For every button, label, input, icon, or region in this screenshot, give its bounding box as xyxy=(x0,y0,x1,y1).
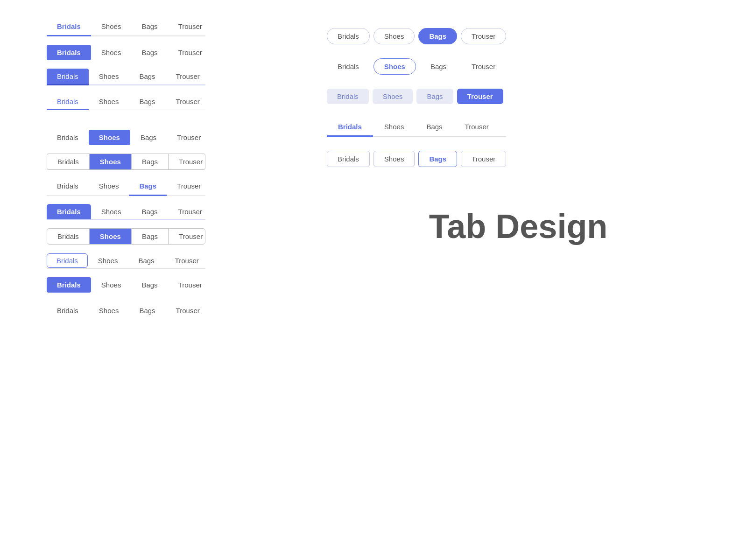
tab-shoes-1[interactable]: Shoes xyxy=(91,19,132,36)
r-tab-shoes-4[interactable]: Shoes xyxy=(373,118,416,137)
r-tab-bridals-2[interactable]: Bridals xyxy=(327,58,370,75)
tab-shoes-9[interactable]: Shoes xyxy=(90,229,132,244)
r-tab-shoes-5[interactable]: Shoes xyxy=(374,151,415,167)
tab-trouser-1[interactable]: Trouser xyxy=(168,19,212,36)
r-tab-bags-5[interactable]: Bags xyxy=(418,151,457,167)
r-tab-shoes-3[interactable]: Shoes xyxy=(373,89,413,104)
tab-group-9: Bridals Shoes Bags Trouser xyxy=(47,228,205,245)
tab-group-8: Bridals Shoes Bags Trouser xyxy=(47,204,205,220)
tab-bags-2[interactable]: Bags xyxy=(131,45,168,60)
tab-bridals-7[interactable]: Bridals xyxy=(47,178,89,196)
tab-shoes-8[interactable]: Shoes xyxy=(91,204,132,219)
tab-bridals-2[interactable]: Bridals xyxy=(47,45,91,60)
tab-bridals-4[interactable]: Bridals xyxy=(47,94,89,110)
tab-group-6: Bridals Shoes Bags Trouser xyxy=(47,154,205,170)
tab-bridals-1[interactable]: Bridals xyxy=(47,19,91,36)
left-panel: Bridals Shoes Bags Trouser Bridals Shoes… xyxy=(0,0,289,560)
tab-bridals-3[interactable]: Bridals xyxy=(47,69,89,85)
r-tab-trouser-1[interactable]: Trouser xyxy=(461,28,506,44)
tab-group-12: Bridals Shoes Bags Trouser xyxy=(47,303,205,318)
tab-trouser-3[interactable]: Trouser xyxy=(166,69,210,85)
r-tab-bridals-1[interactable]: Bridals xyxy=(327,28,370,44)
tab-group-10: Bridals Shoes Bags Trouser xyxy=(47,253,205,269)
right-tab-group-2: Bridals Shoes Bags Trouser xyxy=(327,58,506,75)
tab-bags-6[interactable]: Bags xyxy=(132,154,169,169)
tab-trouser-10[interactable]: Trouser xyxy=(165,253,209,268)
tab-bridals-5[interactable]: Bridals xyxy=(47,130,89,145)
tab-bags-10[interactable]: Bags xyxy=(128,253,164,268)
tab-trouser-9[interactable]: Trouser xyxy=(169,229,205,244)
r-tab-bags-4[interactable]: Bags xyxy=(415,118,453,137)
right-tab-group-1: Bridals Shoes Bags Trouser xyxy=(327,28,506,44)
r-tab-bridals-5[interactable]: Bridals xyxy=(327,151,370,167)
r-tab-shoes-2[interactable]: Shoes xyxy=(374,58,416,75)
tab-bags-4[interactable]: Bags xyxy=(129,94,165,110)
r-tab-trouser-5[interactable]: Trouser xyxy=(461,151,506,167)
tab-bags-12[interactable]: Bags xyxy=(129,303,165,318)
tab-group-5: Bridals Shoes Bags Trouser xyxy=(47,130,243,145)
tab-trouser-2[interactable]: Trouser xyxy=(168,45,212,60)
r-tab-bridals-3[interactable]: Bridals xyxy=(327,89,369,104)
right-panel: Bridals Shoes Bags Trouser Bridals Shoes… xyxy=(289,0,747,560)
r-tab-bags-1[interactable]: Bags xyxy=(418,28,457,44)
right-tabs-area: Bridals Shoes Bags Trouser Bridals Shoes… xyxy=(327,19,506,167)
page-title: Tab Design xyxy=(429,208,608,245)
right-tab-group-5: Bridals Shoes Bags Trouser xyxy=(327,151,506,167)
tab-shoes-2[interactable]: Shoes xyxy=(91,45,132,60)
r-tab-trouser-2[interactable]: Trouser xyxy=(461,58,506,75)
tab-bags-11[interactable]: Bags xyxy=(131,277,168,293)
tab-trouser-5[interactable]: Trouser xyxy=(167,130,211,145)
tab-bridals-9[interactable]: Bridals xyxy=(47,229,90,244)
tab-group-2: Bridals Shoes Bags Trouser xyxy=(47,45,243,60)
tab-group-4: Bridals Shoes Bags Trouser xyxy=(47,94,205,110)
tab-shoes-10[interactable]: Shoes xyxy=(88,253,128,268)
tab-bags-9[interactable]: Bags xyxy=(132,229,169,244)
tab-bags-5[interactable]: Bags xyxy=(130,130,167,145)
tab-trouser-4[interactable]: Trouser xyxy=(166,94,210,110)
tab-bridals-8[interactable]: Bridals xyxy=(47,204,91,219)
tab-bridals-6[interactable]: Bridals xyxy=(47,154,90,169)
r-tab-bridals-4[interactable]: Bridals xyxy=(327,118,373,137)
tab-bridals-11[interactable]: Bridals xyxy=(47,277,91,293)
r-tab-trouser-3[interactable]: Trouser xyxy=(457,89,503,104)
tab-group-1: Bridals Shoes Bags Trouser xyxy=(47,19,205,36)
tab-shoes-5[interactable]: Shoes xyxy=(89,130,130,145)
tab-bags-3[interactable]: Bags xyxy=(129,69,165,85)
tab-shoes-11[interactable]: Shoes xyxy=(91,277,132,293)
tab-shoes-6[interactable]: Shoes xyxy=(90,154,132,169)
tab-group-3: Bridals Shoes Bags Trouser xyxy=(47,69,205,85)
tab-bags-8[interactable]: Bags xyxy=(131,204,168,219)
tab-bags-1[interactable]: Bags xyxy=(131,19,168,36)
tab-trouser-6[interactable]: Trouser xyxy=(169,154,205,169)
tab-trouser-7[interactable]: Trouser xyxy=(167,178,211,196)
r-tab-bags-2[interactable]: Bags xyxy=(420,58,457,75)
r-tab-bags-3[interactable]: Bags xyxy=(416,89,453,104)
tab-trouser-11[interactable]: Trouser xyxy=(168,277,212,293)
r-tab-trouser-4[interactable]: Trouser xyxy=(454,118,500,137)
tab-trouser-8[interactable]: Trouser xyxy=(168,204,212,219)
right-tab-group-4: Bridals Shoes Bags Trouser xyxy=(327,118,506,137)
tab-group-11: Bridals Shoes Bags Trouser xyxy=(47,277,205,293)
tab-group-7: Bridals Shoes Bags Trouser xyxy=(47,178,205,196)
tab-trouser-12[interactable]: Trouser xyxy=(166,303,210,318)
tab-bags-7[interactable]: Bags xyxy=(129,178,167,196)
tab-shoes-4[interactable]: Shoes xyxy=(89,94,129,110)
tab-bridals-10[interactable]: Bridals xyxy=(47,253,88,268)
tab-shoes-7[interactable]: Shoes xyxy=(89,178,129,196)
tab-shoes-3[interactable]: Shoes xyxy=(89,69,129,85)
r-tab-shoes-1[interactable]: Shoes xyxy=(374,28,415,44)
right-tab-group-3: Bridals Shoes Bags Trouser xyxy=(327,89,506,104)
tab-bridals-12[interactable]: Bridals xyxy=(47,303,89,318)
tab-shoes-12[interactable]: Shoes xyxy=(89,303,129,318)
